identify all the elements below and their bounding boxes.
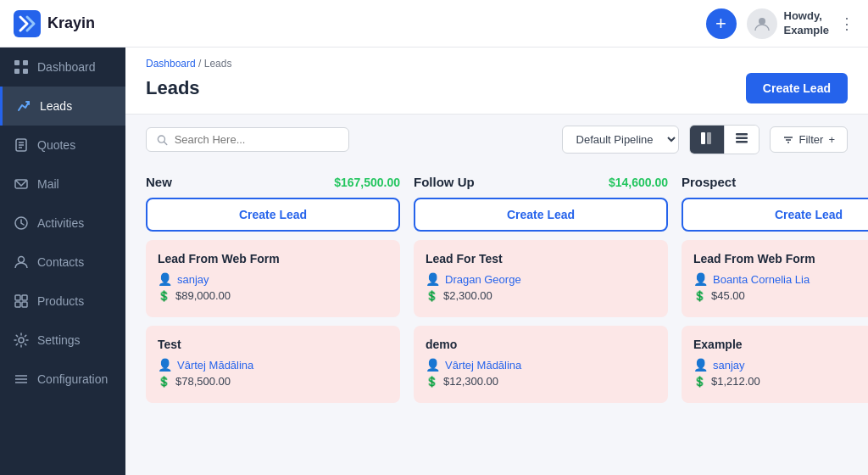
sidebar-item-products[interactable]: Products — [0, 282, 125, 321]
lead-card: Lead From Web Form 👤 Boanta Cornelia Lia… — [682, 240, 868, 317]
svg-rect-23 — [701, 132, 705, 144]
col-title-new: New — [146, 175, 172, 189]
quotes-icon — [14, 137, 29, 153]
sidebar-label-contacts: Contacts — [37, 255, 84, 269]
lead-amount: $78,500.00 — [175, 375, 231, 388]
lead-amount: $45.00 — [711, 289, 745, 302]
lead-amount-row: 💲 $2,300.00 — [426, 289, 656, 302]
lead-person-row: 👤 sanjay — [693, 358, 868, 372]
search-input[interactable] — [175, 133, 338, 146]
lead-amount-row: 💲 $12,300.00 — [426, 375, 656, 388]
sidebar-item-settings[interactable]: Settings — [0, 321, 125, 360]
person-icon: 👤 — [158, 272, 172, 286]
page-title: Leads — [146, 77, 200, 99]
sidebar-label-configuration: Configuration — [37, 372, 108, 386]
col-amount-follow-up: $14,600.00 — [609, 176, 668, 189]
lead-person[interactable]: Boanta Cornelia Lia — [713, 273, 810, 286]
pipeline-select[interactable]: Default Pipeline — [562, 126, 679, 154]
col-amount-new: $167,500.00 — [334, 176, 400, 189]
lead-person[interactable]: sanjay — [177, 273, 209, 286]
breadcrumb-current: Leads — [204, 58, 232, 70]
page-title-row: Leads Create Lead — [146, 73, 848, 114]
breadcrumb-home[interactable]: Dashboard — [146, 58, 196, 70]
view-toggles — [689, 125, 760, 154]
col-header-new: New $167,500.00 — [146, 165, 400, 198]
kanban-col-prospect: Prospect $1 Create Lead Lead From Web Fo… — [682, 165, 868, 461]
svg-rect-27 — [736, 141, 748, 143]
sidebar-item-leads[interactable]: Leads — [0, 87, 125, 126]
sidebar-item-contacts[interactable]: Contacts — [0, 243, 125, 282]
lead-amount: $12,300.00 — [443, 375, 498, 388]
person-icon: 👤 — [693, 358, 708, 372]
filter-icon — [782, 134, 794, 146]
dollar-icon: 💲 — [158, 290, 170, 302]
lead-card: Lead From Web Form 👤 sanjay 💲 $89,000.00 — [146, 240, 400, 317]
lead-person[interactable]: Vârtej Mădălina — [445, 359, 521, 372]
user-name-value: Example — [784, 24, 829, 38]
lead-card: Example 👤 sanjay 💲 $1,212.00 — [682, 326, 868, 403]
user-greeting: Howdy, — [784, 9, 829, 24]
person-icon: 👤 — [158, 358, 172, 372]
svg-rect-13 — [15, 295, 20, 300]
lead-person-row: 👤 Dragan George — [426, 272, 656, 286]
sidebar-item-mail[interactable]: Mail — [0, 165, 125, 204]
kanban-board: New $167,500.00 Create Lead Lead From We… — [125, 165, 868, 475]
lead-amount-row: 💲 $1,212.00 — [693, 375, 868, 388]
filter-button[interactable]: Filter + — [770, 126, 848, 153]
create-lead-header-button[interactable]: Create Lead — [746, 73, 848, 103]
lead-name: Example — [693, 338, 868, 351]
lead-person[interactable]: Vârtej Mădălina — [177, 359, 253, 372]
settings-icon — [14, 332, 29, 348]
sidebar-item-activities[interactable]: Activities — [0, 204, 125, 243]
lead-name: demo — [426, 338, 656, 351]
more-options-button[interactable]: ⋮ — [839, 14, 854, 33]
sidebar-item-configuration[interactable]: Configuration — [0, 360, 125, 399]
svg-rect-26 — [736, 137, 748, 140]
svg-rect-25 — [736, 133, 748, 136]
svg-rect-24 — [707, 132, 711, 144]
person-icon: 👤 — [693, 272, 708, 286]
layout: Dashboard Leads Quotes Mail Activities C… — [0, 48, 868, 475]
sidebar-label-activities: Activities — [37, 216, 84, 230]
svg-rect-15 — [15, 302, 20, 307]
products-icon — [14, 293, 29, 309]
dollar-icon: 💲 — [158, 376, 170, 388]
lead-person-row: 👤 Boanta Cornelia Lia — [693, 272, 868, 286]
lead-person[interactable]: Dragan George — [445, 273, 521, 286]
logo: Krayin — [14, 10, 95, 37]
lead-name: Test — [158, 338, 388, 351]
activities-icon — [14, 215, 29, 231]
dashboard-icon — [14, 59, 29, 75]
user-area[interactable]: Howdy, Example — [747, 8, 829, 39]
sidebar-item-quotes[interactable]: Quotes — [0, 126, 125, 165]
dollar-icon: 💲 — [693, 376, 706, 388]
svg-line-22 — [164, 142, 167, 144]
user-info: Howdy, Example — [784, 9, 829, 38]
header-right: + Howdy, Example ⋮ — [706, 8, 854, 39]
lead-person[interactable]: sanjay — [713, 359, 745, 372]
krayin-logo-icon — [14, 10, 41, 37]
mail-icon — [14, 176, 29, 192]
lead-amount-row: 💲 $78,500.00 — [158, 375, 388, 388]
list-view-button[interactable] — [725, 126, 759, 154]
kanban-icon — [700, 131, 714, 145]
svg-rect-5 — [23, 69, 28, 74]
logo-text: Krayin — [47, 14, 95, 32]
leads-icon — [16, 98, 31, 114]
create-lead-prospect-button[interactable]: Create Lead — [682, 198, 868, 232]
col-title-prospect: Prospect — [682, 175, 736, 189]
create-lead-new-button[interactable]: Create Lead — [146, 198, 400, 232]
search-icon — [157, 134, 168, 146]
page-header: Dashboard / Leads Leads Create Lead — [125, 48, 868, 115]
sidebar-label-products: Products — [37, 294, 84, 308]
person-icon: 👤 — [426, 358, 440, 372]
lead-card: Test 👤 Vârtej Mădălina 💲 $78,500.00 — [146, 326, 400, 403]
lead-amount: $2,300.00 — [443, 289, 492, 302]
global-add-button[interactable]: + — [706, 8, 737, 39]
create-lead-follow-up-button[interactable]: Create Lead — [414, 198, 668, 232]
sidebar-item-dashboard[interactable]: Dashboard — [0, 48, 125, 87]
main-content: Dashboard / Leads Leads Create Lead Defa… — [125, 48, 868, 475]
kanban-col-follow-up: Follow Up $14,600.00 Create Lead Lead Fo… — [414, 165, 668, 461]
kanban-view-button[interactable] — [690, 126, 725, 154]
svg-rect-2 — [14, 60, 19, 65]
